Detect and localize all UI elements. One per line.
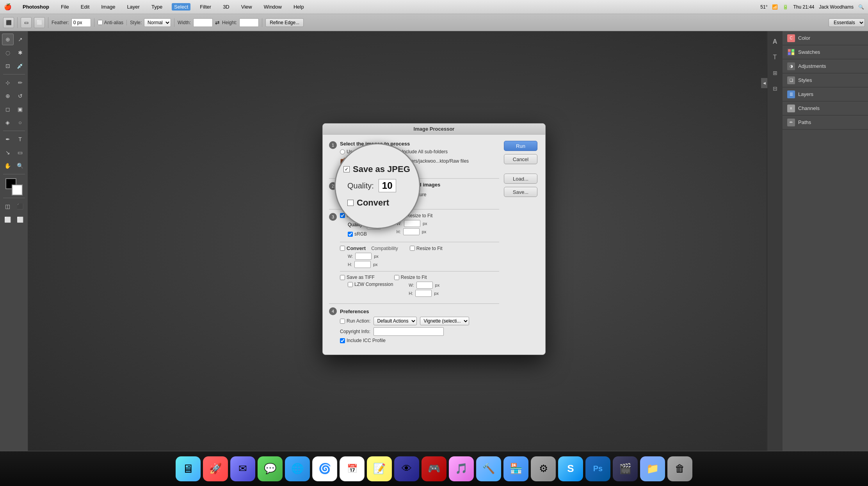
mag-convert-label: Convert [357,198,389,208]
image-menu[interactable]: Image [99,3,117,11]
run-button[interactable]: Run [504,141,537,151]
panel-icon-A[interactable]: A [768,35,782,48]
style-section: Style: Normal [130,18,174,27]
width-input[interactable] [193,18,213,27]
resize-fit-psd-check[interactable] [410,246,415,251]
essentials-select[interactable]: Essentials [829,18,865,27]
dock-messages[interactable]: 💬 [258,456,283,481]
action-set-select[interactable]: Default Actions [374,317,417,325]
selection-tool[interactable]: ↗ [14,34,26,45]
load-button[interactable]: Load... [504,174,537,184]
antialias-checkbox[interactable]: Anti-alias [98,20,123,25]
swap-icon[interactable]: ⇄ [215,20,220,26]
color-label: Color [798,35,810,41]
run-action-row: Run Action: Default Actions Vignette (se… [340,317,499,325]
dock-folder[interactable]: 📁 [640,456,665,481]
filter-menu[interactable]: Filter [197,3,213,11]
resize-fit-psd-label[interactable]: Resize to Fit [410,246,443,251]
action-name-select[interactable]: Vignette (selecti... [420,317,469,325]
panel-icon-T[interactable]: T [768,51,782,64]
style-select[interactable]: Normal [144,18,171,27]
toolbar: ⬛ ▭ ⬜ Feather: Anti-alias Style: Normal … [0,14,868,31]
tiff-w-input[interactable] [416,282,433,289]
convert-label[interactable]: Convert [340,245,366,251]
run-action-label[interactable]: Run Action: [340,318,370,324]
type-menu[interactable]: Type [149,3,165,11]
psd-resize-group: W: px H: px [348,253,499,268]
dock-video[interactable]: 🎬 [613,456,638,481]
layer-menu[interactable]: Layer [125,3,142,11]
srgb-label[interactable]: sRGB [348,231,367,237]
dock-game[interactable]: 🎮 [422,456,446,481]
icc-label[interactable]: Include ICC Profile [340,338,386,343]
resize-fit-tiff-text: Resize to Fit [401,275,427,280]
copyright-input[interactable] [374,327,444,336]
icc-check[interactable] [340,338,345,343]
copyright-label: Copyright Info: [340,329,370,334]
convert-check[interactable] [340,246,345,251]
search-icon[interactable]: 🔍 [858,4,864,10]
jpeg-w-input[interactable] [404,220,420,227]
dock-chrome[interactable]: 🌀 [312,456,337,481]
antialias-section: Anti-alias [98,20,127,25]
dock-photoshop[interactable]: Ps [585,456,610,481]
view-menu[interactable]: View [239,3,254,11]
cancel-button[interactable]: Cancel [504,154,537,164]
srgb-row: sRGB [348,231,381,237]
lasso-tool[interactable]: ◌ [2,47,14,59]
marquee-rect[interactable]: ▭ [21,17,32,28]
dock-mail[interactable]: ✉ [230,456,255,481]
apple-menu[interactable]: 🍎 [4,3,12,11]
dock-systemprefs[interactable]: ⚙ [531,456,556,481]
psd-h-input[interactable] [354,261,371,268]
dock-itunes[interactable]: 🎵 [449,456,474,481]
srgb-check[interactable] [348,232,353,237]
divider-4 [340,271,499,271]
file-menu[interactable]: File [59,3,71,11]
lzw-check[interactable] [348,282,353,287]
convert-text: Convert [347,245,366,251]
dock-trash[interactable]: 🗑 [667,456,692,481]
color-panel-tab[interactable]: C Color [783,31,868,45]
jpeg-h-input[interactable] [403,228,420,235]
resize-fit-tiff-check[interactable] [394,275,399,280]
lzw-label[interactable]: LZW Compression [348,282,393,287]
copyright-row: Copyright Info: [340,327,499,336]
dock-appstore[interactable]: 🏪 [503,456,528,481]
help-menu[interactable]: Help [291,3,306,11]
tiff-h-row: H: px [409,290,439,297]
3d-menu[interactable]: 3D [221,3,232,11]
dock-launchpad[interactable]: 🚀 [203,456,228,481]
marquee-ellipse[interactable]: ⬜ [34,17,45,28]
dock-xcode[interactable]: 🔨 [476,456,501,481]
tiff-h-input[interactable] [415,290,432,297]
resize-fit-tiff-label[interactable]: Resize to Fit [394,275,427,280]
height-input[interactable] [239,18,259,27]
select-menu[interactable]: Select [172,3,190,11]
dock-eye[interactable]: 👁 [394,456,419,481]
tool-preset-picker[interactable]: ⬛ [3,17,14,28]
refine-edge-button[interactable]: Refine Edge... [265,18,304,27]
dock-skype[interactable]: S [558,456,583,481]
feather-input[interactable] [71,18,91,27]
window-menu[interactable]: Window [261,3,284,11]
dock-finder[interactable]: 🖥 [176,456,201,481]
divider-5 [329,303,499,304]
move-tool[interactable]: ⊕ [2,34,14,45]
quick-select-tool[interactable]: ✱ [14,47,26,59]
psd-h-px: px [373,262,378,267]
swatches-panel-tab[interactable]: Swatches [783,45,868,59]
save-button[interactable]: Save... [504,187,537,197]
save-tiff-check[interactable] [340,275,345,280]
dock-safari[interactable]: 🌐 [285,456,310,481]
save-tiff-label[interactable]: Save as TIFF [340,275,375,280]
dock-notes[interactable]: 📝 [367,456,392,481]
use-open-images-radio[interactable] [340,149,345,154]
psd-w-input[interactable] [355,253,372,260]
app-name-menu[interactable]: Photoshop [20,3,52,11]
edit-menu[interactable]: Edit [78,3,92,11]
run-action-check[interactable] [340,319,345,324]
menu-bar: 🍎 Photoshop File Edit Image Layer Type S… [0,0,868,14]
dock-calendar[interactable]: 📅 [340,456,365,481]
antialias-check[interactable] [98,20,103,25]
